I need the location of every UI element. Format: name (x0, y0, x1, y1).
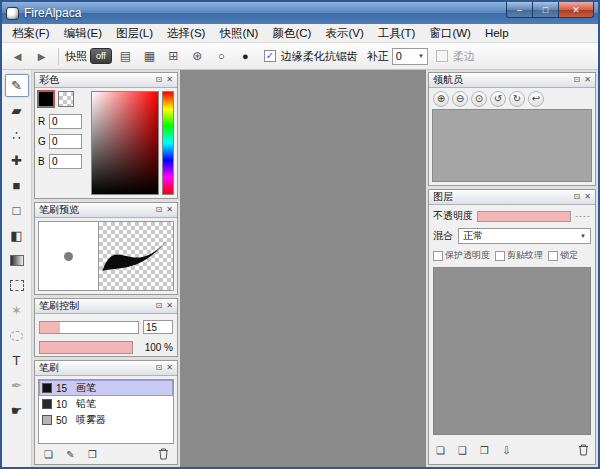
minimize-button[interactable]: – (506, 2, 533, 18)
soft-edge-checkbox[interactable] (436, 50, 448, 62)
app-icon[interactable] (6, 7, 19, 20)
tool-select-eraser[interactable]: □ (5, 199, 29, 222)
antialias-checkbox[interactable]: ✓ (264, 50, 276, 62)
brush-control-titlebar[interactable]: 笔刷控制 ⊡ ✕ (35, 299, 177, 314)
tool-hand[interactable]: ☛ (5, 399, 29, 422)
float-icon[interactable]: ⊡ (574, 193, 581, 201)
tool-select-rect[interactable] (5, 274, 29, 297)
snap-grid-button[interactable]: ▦ (139, 47, 160, 66)
snap-off-button[interactable]: off (90, 48, 112, 64)
close-icon[interactable]: ✕ (166, 364, 173, 372)
menu-item-help[interactable]: Help (478, 25, 516, 41)
float-icon[interactable]: ⊡ (156, 364, 163, 372)
correction-select[interactable]: 0 ▼ (392, 48, 428, 65)
snap-parallel-button[interactable]: ▤ (115, 47, 136, 66)
brush-size-slider[interactable] (39, 321, 139, 334)
float-icon[interactable]: ⊡ (574, 76, 581, 84)
close-icon[interactable]: ✕ (584, 193, 591, 201)
undo-button[interactable]: ◀ (7, 47, 28, 66)
layer-panel-buttons: ❏ ❑ ❒ ⇩ (433, 440, 591, 460)
brush-list-item[interactable]: 15 画笔 (39, 380, 173, 396)
protect-alpha-checkbox[interactable] (433, 251, 443, 261)
close-icon[interactable]: ✕ (166, 76, 173, 84)
hue-slider[interactable] (162, 91, 174, 195)
rotate-left-button[interactable]: ↺ (490, 91, 506, 107)
saturation-value-field[interactable] (91, 91, 159, 195)
layer-panel: 图层 ⊡ ✕ 不透明度 ---- 混合 正常 ▼ (428, 189, 596, 465)
blend-mode-select[interactable]: 正常 ▼ (458, 228, 591, 244)
tool-eraser[interactable]: ▰ (5, 99, 29, 122)
menu-item-select[interactable]: 选择(S) (160, 24, 212, 43)
edit-brush-button[interactable]: ✎ (63, 447, 78, 462)
menu-item-view[interactable]: 表示(V) (318, 24, 370, 43)
menu-item-layer[interactable]: 图层(L) (109, 24, 160, 43)
canvas-area[interactable] (180, 70, 426, 467)
brush-tip-soft-button[interactable]: ○ (211, 47, 232, 66)
merge-down-button[interactable]: ⇩ (499, 443, 514, 458)
add-brush-button[interactable]: ❏ (41, 447, 56, 462)
color-panel-titlebar[interactable]: 彩色 ⊡ ✕ (35, 73, 177, 88)
duplicate-layer-button[interactable]: ❒ (477, 443, 492, 458)
float-icon[interactable]: ⊡ (156, 76, 163, 84)
brush-size-value[interactable]: 15 (143, 320, 173, 334)
transparent-color-swatch[interactable] (58, 91, 74, 107)
tool-move[interactable]: ✚ (5, 149, 29, 172)
tool-lasso[interactable] (5, 324, 29, 347)
brush-preview-titlebar[interactable]: 笔刷预览 ⊡ ✕ (35, 203, 177, 218)
tool-brush[interactable]: ✎ (5, 74, 29, 97)
new-layer-button[interactable]: ❏ (433, 443, 448, 458)
new-folder-button[interactable]: ❑ (455, 443, 470, 458)
delete-layer-button[interactable] (576, 443, 591, 458)
brush-icon: ✎ (11, 78, 22, 93)
delete-brush-button[interactable] (156, 447, 171, 462)
navigator-titlebar[interactable]: 领航员 ⊡ ✕ (429, 73, 595, 88)
menu-item-file[interactable]: 档案(F) (5, 24, 57, 43)
r-channel-input[interactable] (49, 114, 82, 129)
menu-item-window[interactable]: 窗口(W) (422, 24, 478, 43)
snap-radial-button[interactable]: ⊛ (187, 47, 208, 66)
menu-item-edit[interactable]: 编辑(E) (57, 24, 109, 43)
navigator-preview[interactable] (432, 109, 592, 182)
rotate-right-icon: ↻ (513, 93, 521, 104)
close-icon[interactable]: ✕ (166, 206, 173, 214)
zoom-reset-button[interactable]: ⊙ (471, 91, 487, 107)
tool-text[interactable]: T (5, 349, 29, 372)
brush-list-item[interactable]: 50 喷雾器 (39, 412, 173, 428)
foreground-color-swatch[interactable] (38, 91, 54, 107)
layer-panel-titlebar[interactable]: 图层 ⊡ ✕ (429, 190, 595, 205)
g-channel-input[interactable] (49, 134, 82, 149)
rotate-reset-button[interactable]: ↩ (528, 91, 544, 107)
lock-checkbox[interactable] (548, 251, 558, 261)
brush-list-item[interactable]: 10 铅笔 (39, 396, 173, 412)
tool-eyedropper[interactable]: ✒ (5, 374, 29, 397)
menu-item-snap[interactable]: 快照(N) (212, 24, 265, 43)
snap-vanishing-button[interactable]: ⊞ (163, 47, 184, 66)
close-button[interactable]: ✕ (558, 2, 594, 18)
brush-panel-titlebar[interactable]: 笔刷 ⊡ ✕ (35, 361, 177, 376)
maximize-button[interactable]: □ (532, 2, 559, 18)
menu-item-color[interactable]: 颜色(C) (265, 24, 318, 43)
brush-opacity-slider[interactable] (39, 341, 133, 354)
tool-select-pen[interactable]: ■ (5, 174, 29, 197)
rotate-right-button[interactable]: ↻ (509, 91, 525, 107)
zoom-out-button[interactable]: ⊖ (452, 91, 468, 107)
close-icon[interactable]: ✕ (584, 76, 591, 84)
content-area: ✎ ▰ ∴ ✚ ■ □ ◧ ✶ T ✒ ☛ 彩色 ⊡ ✕ (2, 70, 598, 467)
copy-brush-button[interactable]: ❒ (85, 447, 100, 462)
redo-button[interactable]: ▶ (31, 47, 52, 66)
layer-list[interactable] (433, 267, 591, 435)
brush-tip-hard-button[interactable]: ● (235, 47, 256, 66)
clipping-checkbox[interactable] (495, 251, 505, 261)
tool-gradient[interactable] (5, 249, 29, 272)
float-icon[interactable]: ⊡ (156, 206, 163, 214)
tool-smudge[interactable]: ∴ (5, 124, 29, 147)
tool-bucket[interactable]: ◧ (5, 224, 29, 247)
layer-opacity-slider[interactable] (477, 211, 571, 222)
close-icon[interactable]: ✕ (166, 302, 173, 310)
float-icon[interactable]: ⊡ (156, 302, 163, 310)
tool-magic-wand[interactable]: ✶ (5, 299, 29, 322)
titlebar[interactable]: FireAlpaca – □ ✕ (2, 2, 598, 24)
zoom-in-button[interactable]: ⊕ (433, 91, 449, 107)
menu-item-tool[interactable]: 工具(T) (371, 24, 423, 43)
b-channel-input[interactable] (49, 154, 82, 169)
